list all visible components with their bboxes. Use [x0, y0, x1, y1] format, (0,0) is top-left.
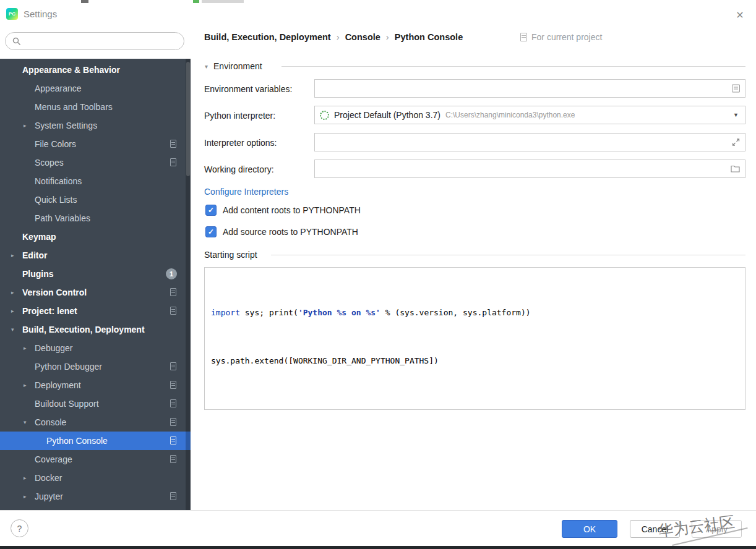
python-interpreter-select[interactable]: Project Default (Python 3.7) C:\Users\zh…	[314, 106, 745, 124]
sidebar-item-appearance[interactable]: Appearance	[0, 79, 191, 98]
interpreter-options-input[interactable]	[315, 134, 745, 151]
chevron-right-icon[interactable]: ▸	[24, 382, 27, 388]
interpreter-loading-icon	[320, 111, 329, 120]
screen-edge-artifact	[81, 0, 88, 3]
page-icon	[170, 140, 176, 148]
sidebar-item-deployment[interactable]: ▸Deployment	[0, 376, 191, 394]
sidebar-item-label: Python Debugger	[35, 362, 102, 372]
sidebar-item-debugger[interactable]: ▸Debugger	[0, 339, 191, 357]
close-icon[interactable]: ✕	[732, 7, 747, 22]
breadcrumb-separator: ›	[386, 32, 389, 42]
chevron-right-icon[interactable]: ▸	[11, 289, 14, 296]
sidebar-item-notifications[interactable]: Notifications	[0, 172, 191, 190]
sidebar-item-coverage[interactable]: Coverage	[0, 450, 191, 469]
sidebar-item-console[interactable]: ▾Console	[0, 413, 191, 432]
working-directory-input[interactable]	[315, 160, 745, 177]
sidebar-item-label: Coverage	[35, 454, 72, 464]
chevron-down-icon[interactable]: ▾	[205, 63, 208, 70]
sidebar-item-label: Debugger	[35, 343, 73, 353]
screen-edge-artifact	[202, 0, 244, 3]
checkbox-checked-icon[interactable]: ✓	[205, 205, 217, 216]
chevron-down-icon[interactable]: ▼	[733, 112, 739, 118]
chevron-right-icon[interactable]: ▸	[24, 493, 27, 500]
code-text: sys.path.extend([WORKING_DIR_AND_PYTHON_…	[211, 356, 439, 365]
sidebar-item-label: Menus and Toolbars	[35, 102, 113, 112]
edit-variables-icon[interactable]	[732, 85, 740, 93]
sidebar-item-buildout-support[interactable]: Buildout Support	[0, 394, 191, 413]
section-divider	[281, 66, 745, 67]
search-input[interactable]	[25, 33, 184, 49]
python-interpreter-label: Python interpreter:	[204, 111, 275, 121]
sidebar-item-keymap[interactable]: Keymap	[0, 228, 191, 246]
sidebar-item-label: Deployment	[35, 380, 81, 390]
sidebar-item-label: System Settings	[35, 121, 97, 130]
sidebar-item-quick-lists[interactable]: Quick Lists	[0, 190, 191, 209]
chevron-down-icon[interactable]: ▾	[24, 419, 27, 425]
page-icon	[170, 362, 176, 370]
sidebar-item-project-lenet[interactable]: ▸Project: lenet	[0, 302, 191, 320]
sidebar-item-appearance-behavior[interactable]: Appearance & Behavior	[0, 61, 191, 79]
scrollbar-thumb[interactable]	[186, 62, 190, 176]
sidebar-item-editor[interactable]: ▸Editor	[0, 246, 191, 265]
screen-edge-artifact	[0, 546, 756, 549]
breadcrumb-item[interactable]: Build, Execution, Deployment	[204, 32, 331, 42]
starting-script-editor[interactable]: import sys; print('Python %s on %s' % (s…	[204, 267, 745, 410]
configure-interpreters-link[interactable]: Configure Interpreters	[204, 187, 288, 197]
sidebar-item-jupyter[interactable]: ▸Jupyter	[0, 487, 191, 506]
page-icon	[170, 455, 176, 463]
help-button[interactable]: ?	[11, 519, 28, 537]
sidebar-item-plugins[interactable]: Plugins1	[0, 265, 191, 283]
sidebar-item-label: Plugins	[22, 269, 54, 279]
folder-icon[interactable]	[731, 165, 740, 173]
sidebar-item-python-debugger[interactable]: Python Debugger	[0, 357, 191, 376]
scrollbar[interactable]	[186, 59, 191, 510]
expand-icon[interactable]	[732, 138, 740, 147]
pycharm-logo-icon: PC	[6, 8, 18, 20]
ok-button[interactable]: OK	[562, 520, 617, 538]
sidebar-item-system-settings[interactable]: ▸System Settings	[0, 116, 191, 135]
environment-variables-input[interactable]	[315, 80, 745, 97]
environment-section-header[interactable]: ▾ Environment	[205, 61, 262, 71]
sidebar-item-label: Editor	[22, 250, 47, 260]
sidebar-item-label: Docker	[35, 473, 62, 483]
window-title: Settings	[24, 9, 57, 19]
sidebar-item-version-control[interactable]: ▸Version Control	[0, 283, 191, 302]
chevron-right-icon[interactable]: ▸	[11, 308, 14, 314]
chevron-down-icon[interactable]: ▾	[11, 326, 14, 333]
chevron-right-icon[interactable]: ▸	[11, 252, 14, 258]
sidebar-item-scopes[interactable]: Scopes	[0, 153, 191, 172]
chevron-right-icon[interactable]: ▸	[24, 122, 27, 129]
page-icon	[520, 33, 527, 41]
breadcrumb-item[interactable]: Console	[345, 32, 380, 42]
page-icon	[170, 418, 176, 426]
add-content-roots-row[interactable]: ✓ Add content roots to PYTHONPATH	[205, 205, 361, 216]
code-keyword: import	[211, 308, 240, 317]
page-icon	[170, 436, 176, 445]
sidebar-item-file-colors[interactable]: File Colors	[0, 135, 191, 153]
sidebar-item-menus-and-toolbars[interactable]: Menus and Toolbars	[0, 98, 191, 116]
page-icon	[170, 492, 176, 500]
sidebar-item-label: Python Console	[46, 436, 108, 446]
sidebar-item-label: File Colors	[35, 139, 76, 149]
add-source-roots-row[interactable]: ✓ Add source roots to PYTHONPATH	[205, 226, 358, 237]
search-icon[interactable]	[12, 37, 21, 46]
sidebar-item-label: Notifications	[35, 176, 82, 186]
sidebar-item-python-console[interactable]: Python Console	[0, 432, 191, 450]
cancel-button[interactable]: Cancel	[630, 520, 680, 538]
checkbox-checked-icon[interactable]: ✓	[205, 226, 217, 237]
page-icon	[170, 307, 176, 315]
chevron-right-icon[interactable]: ▸	[24, 345, 27, 351]
apply-button[interactable]: Apply	[692, 520, 742, 538]
sidebar-item-label: Jupyter	[35, 492, 63, 501]
breadcrumb-item[interactable]: Python Console	[395, 32, 463, 42]
footer-divider	[0, 510, 756, 511]
sidebar-item-label: Keymap	[22, 232, 56, 242]
sidebar-item-label: Build, Execution, Deployment	[22, 325, 145, 334]
sidebar-item-path-variables[interactable]: Path Variables	[0, 209, 191, 228]
sidebar-item-build-execution-deployment[interactable]: ▾Build, Execution, Deployment	[0, 320, 191, 339]
sidebar-item-docker[interactable]: ▸Docker	[0, 469, 191, 487]
scope-label: For current project	[531, 32, 602, 42]
settings-sidebar: Appearance & Behavior Appearance Menus a…	[0, 59, 191, 510]
interpreter-path: C:\Users\zhang\miniconda3\python.exe	[445, 111, 575, 119]
chevron-right-icon[interactable]: ▸	[24, 475, 27, 481]
